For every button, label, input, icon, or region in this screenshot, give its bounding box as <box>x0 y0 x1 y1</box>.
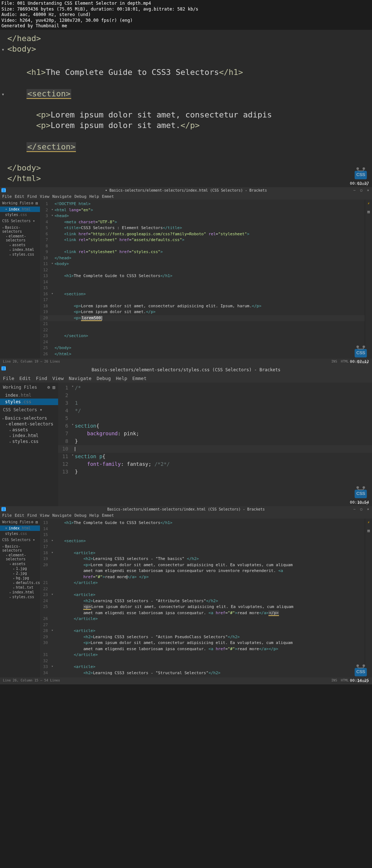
menu-debug[interactable]: Debug <box>74 194 86 199</box>
menu-view[interactable]: View <box>52 376 64 381</box>
code-line[interactable]: 1<!DOCTYPE html> <box>40 201 365 207</box>
menu-file[interactable]: File <box>2 513 12 518</box>
code-line[interactable]: 13 <h1>The Complete Guide to CSS3 Select… <box>40 520 365 526</box>
code-line[interactable]: 7 background: pink; <box>58 430 372 437</box>
file-defaults-css[interactable]: defaults.css <box>0 580 40 585</box>
menu-emmet[interactable]: Emmet <box>102 513 114 518</box>
code-line[interactable]: amet nam eligendi esse laboriosam ipsa c… <box>40 610 365 616</box>
folder-element-selectors[interactable]: element-selectors <box>0 553 40 561</box>
code-line[interactable]: 17 <box>40 544 365 550</box>
code-editor[interactable]: 1<!DOCTYPE html>2▾<html lang="en">3▾<hea… <box>40 200 365 359</box>
code-line[interactable]: amet nam eligendi esse laboriosam ipsa c… <box>40 568 365 574</box>
folder-assets[interactable]: assets <box>0 427 58 433</box>
menu-navigate[interactable]: Navigate <box>52 194 72 199</box>
file-index-html[interactable]: index.html <box>0 247 40 252</box>
gear-icon[interactable]: ⚙ ▤ <box>31 201 38 205</box>
extensions-icon[interactable]: ▦ <box>365 528 372 533</box>
code-line[interactable]: 8} <box>58 437 372 445</box>
code-line[interactable]: 6 <link href="https://fonts.googleapis.c… <box>40 231 365 237</box>
file-index-html[interactable]: index.html <box>0 433 58 439</box>
code-line[interactable]: 19 <h2>Learning CSS3 selectors - "The ba… <box>40 556 365 562</box>
working-files-header[interactable]: Working Files⚙ ▤ <box>0 519 40 525</box>
code-line[interactable]: 16▾ <section> <box>40 291 365 297</box>
working-file-index[interactable]: index.html <box>0 207 40 212</box>
menu-edit[interactable]: Edit <box>19 376 31 381</box>
menu-file[interactable]: File <box>3 376 14 381</box>
menu-view[interactable]: View <box>40 513 50 518</box>
folder-assets[interactable]: assets <box>0 243 40 247</box>
code-line[interactable]: 24 <box>40 339 365 345</box>
working-file-styles[interactable]: styles.css <box>0 212 40 217</box>
project-dropdown[interactable]: CSS Selectors ▾ <box>0 405 58 415</box>
window-controls[interactable]: — ▢ ✕ <box>353 507 371 511</box>
window-controls[interactable]: — ▢ ✕ <box>353 188 371 192</box>
code-line[interactable]: 19 <p>Lorem ipsum dolor sit amet.</p> <box>40 309 365 315</box>
working-files-header[interactable]: Working Files⚙ ▤ <box>0 383 58 392</box>
live-preview-icon[interactable]: ⚡ <box>365 200 372 207</box>
code-line[interactable]: 9 <link rel="stylesheet" href="styles.cs… <box>40 249 365 255</box>
code-line[interactable]: 29 <h2>Learning CSS3 selectors - "Action… <box>40 634 365 640</box>
code-line[interactable]: 11▾section p{ <box>58 453 372 460</box>
menu-help[interactable]: Help <box>116 376 127 381</box>
code-line[interactable]: 2▾<html lang="en"> <box>40 207 365 213</box>
code-line[interactable]: 18 <p>Lorem ipsum dolor sit amet, consec… <box>40 303 365 309</box>
code-line[interactable]: 34 <h2>Learning CSS3 selectors - "Struct… <box>40 670 365 676</box>
code-line[interactable]: 7 <link rel="stylesheet" href="assets/de… <box>40 237 365 243</box>
code-line[interactable]: 2 <box>58 392 372 399</box>
project-dropdown[interactable]: CSS Selectors ▾ <box>0 536 40 543</box>
code-line[interactable]: 27 <box>40 622 365 628</box>
code-line[interactable]: 18▾ <article> <box>40 550 365 556</box>
menu-view[interactable]: View <box>40 194 50 199</box>
code-line[interactable]: 25 <p>Lorem ipsum dolor sit amet, consec… <box>40 604 365 610</box>
code-line[interactable]: 22 <box>40 586 365 592</box>
code-line[interactable]: 13 <h1>The Complete Guide to CSS3 Select… <box>40 273 365 279</box>
menu-debug[interactable]: Debug <box>74 513 86 518</box>
code-line[interactable]: 28▾ <article> <box>40 628 365 634</box>
code-line[interactable]: 3▾<head> <box>40 213 365 219</box>
folder-assets[interactable]: assets <box>0 561 40 566</box>
file-html-txt[interactable]: html.txt <box>0 585 40 590</box>
code-line[interactable]: 26</html> <box>40 351 365 357</box>
code-line[interactable]: href="#">read more</a> </p> <box>40 574 365 580</box>
code-line[interactable]: 4*/ <box>58 407 372 415</box>
menu-navigate[interactable]: Navigate <box>69 376 92 381</box>
code-line[interactable]: 32 <box>40 658 365 664</box>
menu-find[interactable]: Find <box>36 376 47 381</box>
folder-element-selectors[interactable]: element-selectors <box>0 234 40 243</box>
menu-find[interactable]: Find <box>27 194 37 199</box>
menu-navigate[interactable]: Navigate <box>52 513 72 518</box>
code-line[interactable]: 10 <box>58 445 372 453</box>
code-line[interactable]: 26 </article> <box>40 616 365 622</box>
code-line[interactable]: 5 <title>CSS3 Selectors : Element Select… <box>40 225 365 231</box>
code-line[interactable]: 17 <box>40 297 365 303</box>
code-line[interactable]: 22 <box>40 327 365 333</box>
folder-element-selectors[interactable]: element-selectors <box>0 421 58 427</box>
code-line[interactable]: 31 <box>58 399 372 407</box>
file-2-jpg[interactable]: 2.jpg <box>0 571 40 576</box>
file-index-html[interactable]: index.html <box>0 590 40 595</box>
working-file-index[interactable]: index.html <box>0 392 58 399</box>
folder-Basics-selectors[interactable]: Basics-selectors <box>0 415 58 421</box>
menu-emmet[interactable]: Emmet <box>102 194 114 199</box>
code-line[interactable]: 30 <p>Lorem ipsum dolor sit amet, consec… <box>40 640 365 646</box>
code-editor[interactable]: 13 <h1>The Complete Guide to CSS3 Select… <box>40 519 365 677</box>
file-styles-css[interactable]: styles.css <box>0 439 58 444</box>
code-line[interactable]: 1▾/* <box>58 384 372 392</box>
menu-file[interactable]: File <box>2 194 12 199</box>
file-styles-css[interactable]: styles.css <box>0 595 40 599</box>
working-file-styles[interactable]: styles.css <box>0 399 58 405</box>
code-line[interactable]: 23 </section> <box>40 333 365 339</box>
code-line[interactable]: 20 <p>Lorem ipsum dolor sit amet, consec… <box>40 562 365 568</box>
file-1-jpg[interactable]: 1.jpg <box>0 566 40 571</box>
code-line[interactable]: 14 <box>40 526 365 532</box>
code-line[interactable]: 14 <box>40 279 365 285</box>
menu-edit[interactable]: Edit <box>15 513 25 518</box>
file-styles-css[interactable]: styles.css <box>0 252 40 257</box>
code-line[interactable]: 24 <h2>Learning CSS3 selectors - "Attrib… <box>40 598 365 604</box>
code-line[interactable]: 13} <box>58 468 372 476</box>
menu-emmet[interactable]: Emmet <box>132 376 146 381</box>
code-line[interactable]: 15 <box>40 532 365 538</box>
menu-debug[interactable]: Debug <box>97 376 111 381</box>
code-line[interactable]: 21 <box>40 321 365 327</box>
live-preview-icon[interactable]: ⚡ <box>365 519 372 526</box>
